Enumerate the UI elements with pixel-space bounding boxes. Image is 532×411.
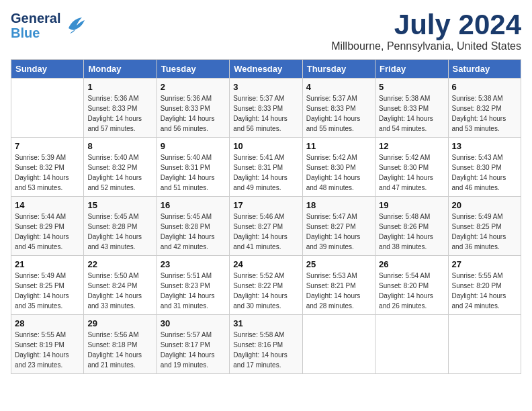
calendar-cell: 19Sunrise: 5:48 AMSunset: 8:26 PMDayligh… — [375, 197, 448, 256]
day-info: Sunrise: 5:40 AMSunset: 8:31 PMDaylight:… — [161, 152, 226, 193]
day-number: 16 — [161, 200, 226, 210]
logo-text-general: General — [11, 11, 60, 26]
calendar-cell: 14Sunrise: 5:44 AMSunset: 8:29 PMDayligh… — [11, 197, 84, 256]
day-info: Sunrise: 5:45 AMSunset: 8:28 PMDaylight:… — [87, 212, 152, 252]
calendar-cell: 10Sunrise: 5:41 AMSunset: 8:31 PMDayligh… — [230, 138, 302, 197]
calendar-cell: 7Sunrise: 5:39 AMSunset: 8:32 PMDaylight… — [11, 138, 84, 197]
weekday-header-saturday: Saturday — [448, 60, 521, 79]
calendar-cell — [302, 315, 375, 374]
day-number: 7 — [15, 141, 80, 151]
calendar-cell: 29Sunrise: 5:56 AMSunset: 8:18 PMDayligh… — [84, 315, 157, 374]
day-number: 28 — [15, 318, 80, 328]
calendar-cell — [375, 315, 448, 374]
calendar-table: SundayMondayTuesdayWednesdayThursdayFrid… — [11, 59, 521, 374]
day-number: 31 — [233, 318, 298, 328]
calendar-week-row: 1Sunrise: 5:36 AMSunset: 8:33 PMDaylight… — [11, 79, 521, 138]
day-info: Sunrise: 5:44 AMSunset: 8:29 PMDaylight:… — [15, 212, 80, 252]
calendar-cell — [11, 79, 84, 138]
calendar-cell: 28Sunrise: 5:55 AMSunset: 8:19 PMDayligh… — [11, 315, 84, 374]
day-info: Sunrise: 5:53 AMSunset: 8:21 PMDaylight:… — [306, 271, 371, 311]
calendar-week-row: 28Sunrise: 5:55 AMSunset: 8:19 PMDayligh… — [11, 315, 521, 374]
day-number: 17 — [233, 200, 298, 210]
logo-bird-icon — [63, 12, 87, 40]
calendar-cell: 4Sunrise: 5:37 AMSunset: 8:33 PMDaylight… — [302, 79, 375, 138]
weekday-header-sunday: Sunday — [11, 60, 84, 79]
weekday-header-row: SundayMondayTuesdayWednesdayThursdayFrid… — [11, 60, 521, 79]
day-info: Sunrise: 5:42 AMSunset: 8:30 PMDaylight:… — [306, 152, 371, 193]
weekday-header-thursday: Thursday — [302, 60, 375, 79]
calendar-cell: 1Sunrise: 5:36 AMSunset: 8:33 PMDaylight… — [84, 79, 157, 138]
calendar-cell: 6Sunrise: 5:38 AMSunset: 8:32 PMDaylight… — [448, 79, 521, 138]
day-number: 9 — [161, 141, 226, 151]
calendar-cell: 24Sunrise: 5:52 AMSunset: 8:22 PMDayligh… — [230, 256, 302, 315]
day-number: 6 — [452, 82, 517, 92]
weekday-header-friday: Friday — [375, 60, 448, 79]
day-number: 12 — [379, 141, 444, 151]
day-info: Sunrise: 5:56 AMSunset: 8:18 PMDaylight:… — [87, 330, 152, 370]
day-number: 5 — [379, 82, 444, 92]
day-number: 30 — [161, 318, 226, 328]
page-header: General Blue July 2024 Millbourne, Penns… — [11, 11, 521, 52]
day-info: Sunrise: 5:51 AMSunset: 8:23 PMDaylight:… — [161, 271, 226, 311]
weekday-header-monday: Monday — [84, 60, 157, 79]
calendar-cell: 2Sunrise: 5:36 AMSunset: 8:33 PMDaylight… — [157, 79, 229, 138]
day-info: Sunrise: 5:42 AMSunset: 8:30 PMDaylight:… — [379, 152, 444, 193]
calendar-cell — [448, 315, 521, 374]
day-info: Sunrise: 5:37 AMSunset: 8:33 PMDaylight:… — [233, 93, 298, 134]
calendar-week-row: 21Sunrise: 5:49 AMSunset: 8:25 PMDayligh… — [11, 256, 521, 315]
weekday-header-wednesday: Wednesday — [230, 60, 302, 79]
day-number: 4 — [306, 82, 371, 92]
day-info: Sunrise: 5:57 AMSunset: 8:17 PMDaylight:… — [161, 330, 226, 370]
day-info: Sunrise: 5:39 AMSunset: 8:32 PMDaylight:… — [15, 152, 80, 193]
day-number: 1 — [87, 82, 152, 92]
day-number: 24 — [233, 259, 298, 269]
day-number: 23 — [161, 259, 226, 269]
day-info: Sunrise: 5:43 AMSunset: 8:30 PMDaylight:… — [452, 152, 517, 193]
day-info: Sunrise: 5:52 AMSunset: 8:22 PMDaylight:… — [233, 271, 298, 311]
calendar-cell: 18Sunrise: 5:47 AMSunset: 8:27 PMDayligh… — [302, 197, 375, 256]
calendar-cell: 31Sunrise: 5:58 AMSunset: 8:16 PMDayligh… — [230, 315, 302, 374]
calendar-cell: 22Sunrise: 5:50 AMSunset: 8:24 PMDayligh… — [84, 256, 157, 315]
day-info: Sunrise: 5:54 AMSunset: 8:20 PMDaylight:… — [379, 271, 444, 311]
day-number: 15 — [87, 200, 152, 210]
day-info: Sunrise: 5:49 AMSunset: 8:25 PMDaylight:… — [452, 212, 517, 252]
calendar-cell: 15Sunrise: 5:45 AMSunset: 8:28 PMDayligh… — [84, 197, 157, 256]
day-info: Sunrise: 5:55 AMSunset: 8:20 PMDaylight:… — [452, 271, 517, 311]
day-number: 14 — [15, 200, 80, 210]
month-title: July 2024 — [331, 11, 521, 39]
day-number: 8 — [87, 141, 152, 151]
day-info: Sunrise: 5:45 AMSunset: 8:28 PMDaylight:… — [161, 212, 226, 252]
weekday-header-tuesday: Tuesday — [157, 60, 229, 79]
day-info: Sunrise: 5:46 AMSunset: 8:27 PMDaylight:… — [233, 212, 298, 252]
day-info: Sunrise: 5:50 AMSunset: 8:24 PMDaylight:… — [87, 271, 152, 311]
calendar-cell: 16Sunrise: 5:45 AMSunset: 8:28 PMDayligh… — [157, 197, 229, 256]
day-info: Sunrise: 5:36 AMSunset: 8:33 PMDaylight:… — [87, 93, 152, 134]
calendar-cell: 9Sunrise: 5:40 AMSunset: 8:31 PMDaylight… — [157, 138, 229, 197]
day-info: Sunrise: 5:48 AMSunset: 8:26 PMDaylight:… — [379, 212, 444, 252]
day-number: 11 — [306, 141, 371, 151]
logo: General Blue — [11, 11, 87, 40]
day-info: Sunrise: 5:37 AMSunset: 8:33 PMDaylight:… — [306, 93, 371, 134]
day-number: 20 — [452, 200, 517, 210]
calendar-cell: 21Sunrise: 5:49 AMSunset: 8:25 PMDayligh… — [11, 256, 84, 315]
day-number: 13 — [452, 141, 517, 151]
location-title: Millbourne, Pennsylvania, United States — [331, 40, 521, 52]
calendar-cell: 12Sunrise: 5:42 AMSunset: 8:30 PMDayligh… — [375, 138, 448, 197]
day-info: Sunrise: 5:55 AMSunset: 8:19 PMDaylight:… — [15, 330, 80, 370]
day-number: 2 — [161, 82, 226, 92]
day-number: 22 — [87, 259, 152, 269]
calendar-cell: 11Sunrise: 5:42 AMSunset: 8:30 PMDayligh… — [302, 138, 375, 197]
calendar-cell: 23Sunrise: 5:51 AMSunset: 8:23 PMDayligh… — [157, 256, 229, 315]
day-number: 19 — [379, 200, 444, 210]
day-number: 18 — [306, 200, 371, 210]
calendar-cell: 5Sunrise: 5:38 AMSunset: 8:33 PMDaylight… — [375, 79, 448, 138]
calendar-week-row: 14Sunrise: 5:44 AMSunset: 8:29 PMDayligh… — [11, 197, 521, 256]
day-number: 10 — [233, 141, 298, 151]
calendar-cell: 13Sunrise: 5:43 AMSunset: 8:30 PMDayligh… — [448, 138, 521, 197]
calendar-cell: 26Sunrise: 5:54 AMSunset: 8:20 PMDayligh… — [375, 256, 448, 315]
title-block: July 2024 Millbourne, Pennsylvania, Unit… — [331, 11, 521, 52]
day-info: Sunrise: 5:40 AMSunset: 8:32 PMDaylight:… — [87, 152, 152, 193]
day-info: Sunrise: 5:49 AMSunset: 8:25 PMDaylight:… — [15, 271, 80, 311]
day-info: Sunrise: 5:47 AMSunset: 8:27 PMDaylight:… — [306, 212, 371, 252]
day-number: 21 — [15, 259, 80, 269]
